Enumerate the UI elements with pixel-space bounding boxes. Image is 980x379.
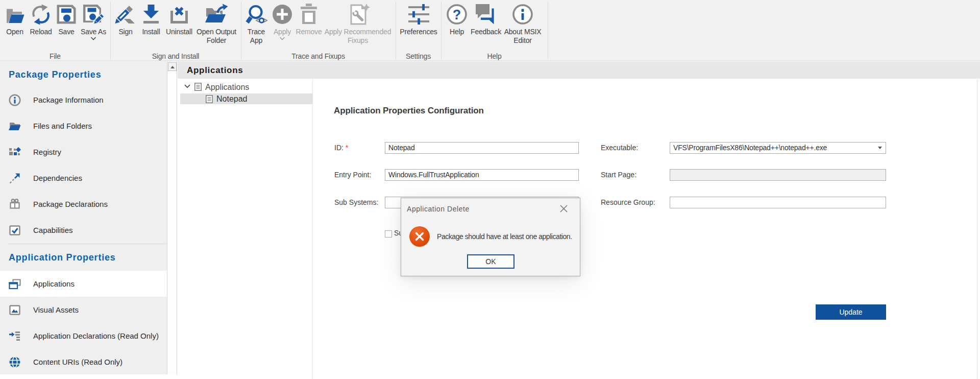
svg-text:?: ? xyxy=(453,7,461,22)
